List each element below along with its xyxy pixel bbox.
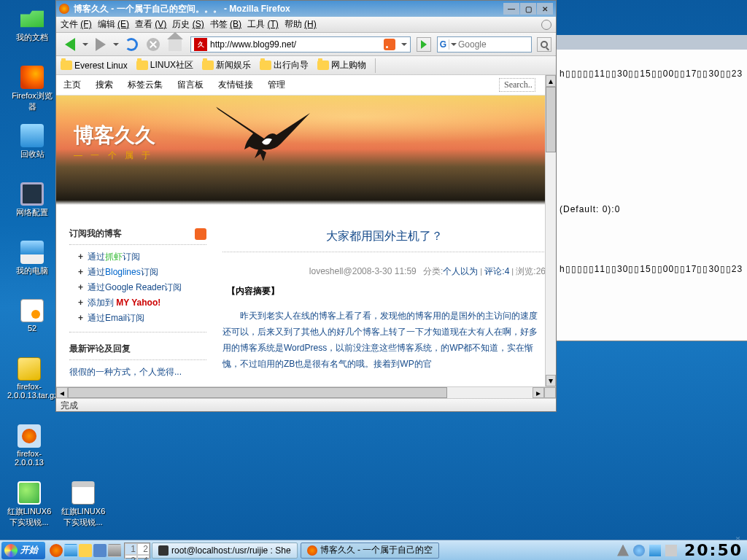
- firefox-window: 博客久久 - 一个属于自己的空间。。。 - Mozilla Firefox — …: [55, 0, 557, 412]
- clock[interactable]: 20:50: [681, 541, 746, 559]
- network-tray-icon[interactable]: [649, 545, 661, 556]
- task-firefox[interactable]: 博客久久 - 一个属于自己的空: [301, 542, 440, 559]
- close-button[interactable]: ✕: [537, 3, 553, 15]
- sub-item[interactable]: 通过Bloglines订阅: [78, 266, 206, 279]
- note-icon: [20, 299, 44, 322]
- titlebar[interactable]: 博客久久 - 一个属于自己的空间。。。 - Mozilla Firefox — …: [56, 1, 556, 17]
- home-icon: [169, 38, 182, 51]
- sub-item[interactable]: 添加到 MY Yahoo!: [78, 297, 206, 309]
- sub-item[interactable]: 通过抓虾订阅: [78, 251, 206, 263]
- horizontal-scrollbar[interactable]: ◂ ▸: [56, 386, 556, 398]
- desktop-icon-targz[interactable]: firefox-2.0.0.13.tar.gz: [7, 357, 51, 400]
- ql-folder-icon[interactable]: [79, 544, 92, 557]
- post-title[interactable]: 大家都用国外主机了？: [222, 229, 546, 244]
- scroll-thumb[interactable]: [546, 87, 556, 152]
- text-icon: [71, 481, 95, 505]
- nav-tags[interactable]: 标签云集: [128, 79, 163, 91]
- desktop-icon-redflag2[interactable]: 红旗LINUX6下实现锐...: [58, 481, 108, 528]
- desktop-icon-network[interactable]: 网络配置: [10, 182, 54, 218]
- reload-button[interactable]: [122, 35, 141, 54]
- bookmark-everest[interactable]: Everest Linux: [61, 61, 128, 71]
- desktop-pager[interactable]: 12 34: [124, 542, 150, 559]
- hscroll-thumb[interactable]: [68, 387, 447, 398]
- nav-links[interactable]: 友情链接: [218, 79, 253, 91]
- bookmark-shopping[interactable]: 网上购物: [317, 59, 366, 71]
- stop-button[interactable]: [144, 35, 163, 54]
- terminal-line: h▯▯▯▯▯11▯▯30▯▯15▯▯00▯▯17▯▯30▯▯23: [560, 69, 744, 79]
- home-button[interactable]: [166, 35, 185, 54]
- bookmark-linux[interactable]: LINUX社区: [136, 59, 193, 71]
- menu-history[interactable]: 历史 (S): [172, 18, 204, 31]
- scroll-corner: [544, 387, 556, 398]
- firefox-icon: [20, 66, 44, 89]
- nav-admin[interactable]: 管理: [268, 79, 285, 91]
- firefox-folder-icon: [18, 424, 41, 448]
- section-subscribe: 订阅我的博客: [69, 228, 206, 240]
- scroll-right-button[interactable]: ▸: [533, 387, 544, 398]
- address-bar[interactable]: 久: [190, 36, 411, 52]
- back-dropdown[interactable]: [82, 43, 88, 46]
- minimize-button[interactable]: —: [503, 3, 519, 15]
- search-go-button[interactable]: [537, 37, 551, 52]
- ql-desktop-icon[interactable]: [64, 544, 77, 557]
- rss-icon[interactable]: [195, 228, 206, 240]
- url-input[interactable]: [210, 38, 384, 51]
- search-input[interactable]: [458, 39, 524, 50]
- start-button[interactable]: 开始: [1, 542, 45, 559]
- firefox-icon: [59, 4, 69, 14]
- scroll-up-button[interactable]: ▴: [546, 75, 556, 87]
- bookmarks-toolbar: Everest Linux LINUX社区 新闻娱乐 出行向导 网上购物: [56, 56, 556, 75]
- vertical-scrollbar[interactable]: ▴ ▾: [545, 75, 556, 386]
- maximize-button[interactable]: ▢: [520, 3, 536, 15]
- menu-bookmarks[interactable]: 书签 (B): [210, 18, 241, 31]
- menu-help[interactable]: 帮助 (H): [285, 18, 317, 31]
- desktop-icon-firefox-folder[interactable]: firefox-2.0.0.13: [7, 424, 51, 467]
- sub-item[interactable]: 通过Google Reader订阅: [78, 281, 206, 294]
- url-dropdown[interactable]: [401, 43, 407, 46]
- desktop-icon-firefox[interactable]: Firefox浏览器: [10, 66, 54, 112]
- folder-icon: [136, 61, 148, 70]
- scroll-down-button[interactable]: ▾: [546, 375, 556, 386]
- rss-icon[interactable]: [384, 39, 395, 50]
- ql-app-icon[interactable]: [93, 544, 107, 557]
- search-bar[interactable]: G: [437, 36, 532, 52]
- quick-launch: [50, 544, 121, 557]
- desktop-icon-computer[interactable]: 我的电脑: [10, 241, 54, 276]
- recent-comment[interactable]: 很假的一种方式，个人觉得...: [69, 366, 206, 378]
- go-button[interactable]: [417, 37, 431, 52]
- menu-tools[interactable]: 工具 (T): [247, 18, 279, 31]
- tray-icon[interactable]: [665, 545, 677, 556]
- menu-edit[interactable]: 编辑 (E): [98, 18, 129, 31]
- nav-guestbook[interactable]: 留言板: [177, 79, 204, 91]
- sub-item[interactable]: 通过Email订阅: [78, 312, 206, 324]
- bookmark-travel[interactable]: 出行向导: [260, 59, 309, 71]
- folder-icon: [20, 7, 44, 31]
- ql-firefox-icon[interactable]: [50, 544, 63, 557]
- section-comments: 最新评论及回复: [69, 343, 206, 355]
- desktop-icon-note[interactable]: 52: [10, 299, 54, 332]
- favicon: 久: [194, 38, 207, 51]
- separator: [375, 58, 376, 73]
- task-terminal[interactable]: root@localhost:/usr/ruijie : She: [152, 542, 298, 559]
- bookmark-news[interactable]: 新闻娱乐: [202, 59, 251, 71]
- throbber-icon: [541, 20, 551, 30]
- google-icon[interactable]: G: [438, 39, 449, 50]
- ql-terminal-icon[interactable]: [108, 544, 121, 557]
- search-engine-dropdown[interactable]: [451, 43, 457, 46]
- forward-button[interactable]: [91, 35, 110, 54]
- nav-search[interactable]: 搜索: [96, 79, 113, 91]
- desktop-icon-trash[interactable]: 回收站: [10, 124, 54, 160]
- nav-home[interactable]: 主页: [63, 79, 81, 91]
- updater-icon[interactable]: [617, 545, 629, 556]
- desktop-icon-documents[interactable]: 我的文档: [10, 7, 54, 43]
- scroll-left-button[interactable]: ◂: [56, 387, 68, 398]
- back-arrow-icon: [65, 38, 75, 51]
- back-button[interactable]: [61, 35, 80, 54]
- folder-icon: [317, 61, 329, 70]
- site-search[interactable]: Search..: [499, 78, 535, 92]
- menu-file[interactable]: 文件 (F): [61, 18, 92, 31]
- menu-view[interactable]: 查看 (V): [135, 18, 166, 31]
- desktop-icon-redflag1[interactable]: 红旗LINUX6下实现锐...: [4, 481, 54, 528]
- forward-dropdown[interactable]: [113, 43, 119, 46]
- volume-icon[interactable]: [633, 545, 645, 556]
